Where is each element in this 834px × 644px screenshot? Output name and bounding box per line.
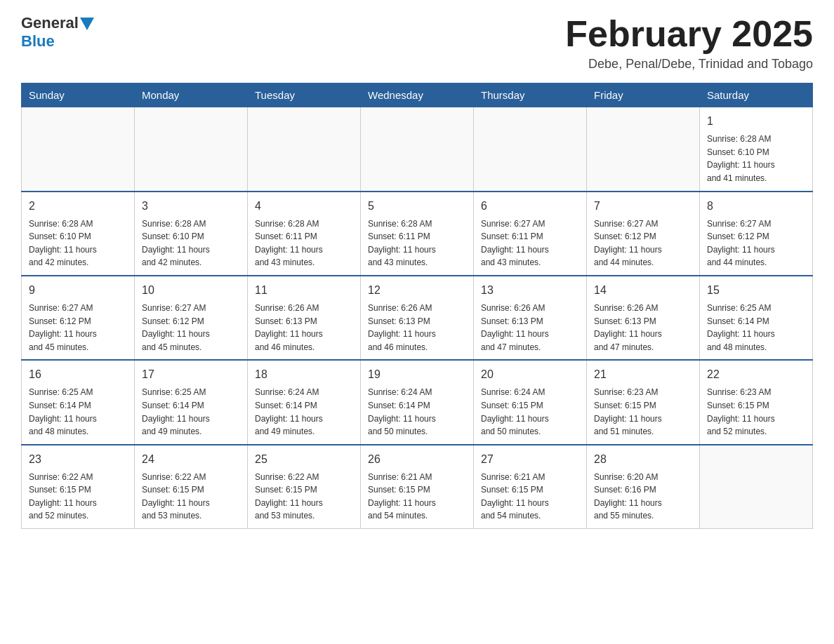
day-info: Sunrise: 6:25 AM Sunset: 6:14 PM Dayligh… — [707, 302, 805, 354]
day-info: Sunrise: 6:26 AM Sunset: 6:13 PM Dayligh… — [255, 302, 353, 354]
day-number: 14 — [594, 282, 692, 299]
calendar-cell: 20Sunrise: 6:24 AM Sunset: 6:15 PM Dayli… — [474, 360, 587, 444]
day-info: Sunrise: 6:28 AM Sunset: 6:10 PM Dayligh… — [707, 133, 805, 185]
calendar-cell: 26Sunrise: 6:21 AM Sunset: 6:15 PM Dayli… — [361, 445, 474, 529]
day-info: Sunrise: 6:27 AM Sunset: 6:12 PM Dayligh… — [142, 302, 240, 354]
day-info: Sunrise: 6:28 AM Sunset: 6:10 PM Dayligh… — [142, 217, 240, 269]
day-number: 28 — [594, 451, 692, 468]
calendar-cell: 4Sunrise: 6:28 AM Sunset: 6:11 PM Daylig… — [248, 192, 361, 276]
logo-area: General Blue — [21, 14, 94, 51]
calendar-cell: 14Sunrise: 6:26 AM Sunset: 6:13 PM Dayli… — [587, 276, 700, 360]
calendar-cell: 12Sunrise: 6:26 AM Sunset: 6:13 PM Dayli… — [361, 276, 474, 360]
calendar-cell: 8Sunrise: 6:27 AM Sunset: 6:12 PM Daylig… — [700, 192, 813, 276]
day-number: 12 — [368, 282, 466, 299]
calendar-cell — [22, 107, 135, 192]
calendar-cell — [700, 445, 813, 529]
day-number: 25 — [255, 451, 353, 468]
weekday-header-sunday: Sunday — [22, 83, 135, 107]
day-info: Sunrise: 6:25 AM Sunset: 6:14 PM Dayligh… — [29, 386, 127, 438]
calendar-cell: 15Sunrise: 6:25 AM Sunset: 6:14 PM Dayli… — [700, 276, 813, 360]
calendar-cell — [248, 107, 361, 192]
calendar-cell — [587, 107, 700, 192]
calendar-week-row: 16Sunrise: 6:25 AM Sunset: 6:14 PM Dayli… — [22, 360, 813, 444]
weekday-header-wednesday: Wednesday — [361, 83, 474, 107]
day-number: 5 — [368, 198, 466, 215]
day-info: Sunrise: 6:25 AM Sunset: 6:14 PM Dayligh… — [142, 386, 240, 438]
day-info: Sunrise: 6:22 AM Sunset: 6:15 PM Dayligh… — [29, 471, 127, 523]
day-number: 1 — [707, 113, 805, 130]
calendar-cell: 7Sunrise: 6:27 AM Sunset: 6:12 PM Daylig… — [587, 192, 700, 276]
day-number: 21 — [594, 366, 692, 383]
calendar-week-row: 2Sunrise: 6:28 AM Sunset: 6:10 PM Daylig… — [22, 192, 813, 276]
logo-general-text: General — [21, 14, 79, 32]
calendar-cell: 3Sunrise: 6:28 AM Sunset: 6:10 PM Daylig… — [135, 192, 248, 276]
title-area: February 2025 Debe, Penal/Debe, Trinidad… — [565, 14, 813, 72]
day-number: 3 — [142, 198, 240, 215]
calendar-cell: 25Sunrise: 6:22 AM Sunset: 6:15 PM Dayli… — [248, 445, 361, 529]
calendar-cell: 21Sunrise: 6:23 AM Sunset: 6:15 PM Dayli… — [587, 360, 700, 444]
calendar-week-row: 9Sunrise: 6:27 AM Sunset: 6:12 PM Daylig… — [22, 276, 813, 360]
calendar-subtitle: Debe, Penal/Debe, Trinidad and Tobago — [565, 57, 813, 72]
day-info: Sunrise: 6:24 AM Sunset: 6:14 PM Dayligh… — [368, 386, 466, 438]
calendar-cell: 17Sunrise: 6:25 AM Sunset: 6:14 PM Dayli… — [135, 360, 248, 444]
day-info: Sunrise: 6:21 AM Sunset: 6:15 PM Dayligh… — [368, 471, 466, 523]
calendar-cell: 18Sunrise: 6:24 AM Sunset: 6:14 PM Dayli… — [248, 360, 361, 444]
calendar-cell — [474, 107, 587, 192]
calendar-cell: 19Sunrise: 6:24 AM Sunset: 6:14 PM Dayli… — [361, 360, 474, 444]
day-number: 19 — [368, 366, 466, 383]
day-info: Sunrise: 6:24 AM Sunset: 6:15 PM Dayligh… — [481, 386, 579, 438]
day-number: 6 — [481, 198, 579, 215]
day-number: 11 — [255, 282, 353, 299]
weekday-header-row: SundayMondayTuesdayWednesdayThursdayFrid… — [22, 83, 813, 107]
day-number: 20 — [481, 366, 579, 383]
day-number: 2 — [29, 198, 127, 215]
day-info: Sunrise: 6:22 AM Sunset: 6:15 PM Dayligh… — [142, 471, 240, 523]
day-number: 7 — [594, 198, 692, 215]
page-header: General Blue February 2025 Debe, Penal/D… — [21, 14, 813, 72]
day-info: Sunrise: 6:27 AM Sunset: 6:12 PM Dayligh… — [29, 302, 127, 354]
calendar-cell: 9Sunrise: 6:27 AM Sunset: 6:12 PM Daylig… — [22, 276, 135, 360]
calendar-cell — [135, 107, 248, 192]
logo-blue-text: Blue — [21, 32, 55, 50]
calendar-week-row: 23Sunrise: 6:22 AM Sunset: 6:15 PM Dayli… — [22, 445, 813, 529]
day-number: 22 — [707, 366, 805, 383]
day-number: 23 — [29, 451, 127, 468]
calendar-cell: 2Sunrise: 6:28 AM Sunset: 6:10 PM Daylig… — [22, 192, 135, 276]
calendar-cell: 27Sunrise: 6:21 AM Sunset: 6:15 PM Dayli… — [474, 445, 587, 529]
calendar-cell: 11Sunrise: 6:26 AM Sunset: 6:13 PM Dayli… — [248, 276, 361, 360]
logo-triangle-icon — [80, 18, 94, 30]
day-number: 26 — [368, 451, 466, 468]
logo: General — [21, 14, 94, 32]
weekday-header-thursday: Thursday — [474, 83, 587, 107]
calendar-cell: 24Sunrise: 6:22 AM Sunset: 6:15 PM Dayli… — [135, 445, 248, 529]
day-number: 27 — [481, 451, 579, 468]
calendar-title: February 2025 — [565, 14, 813, 54]
day-info: Sunrise: 6:28 AM Sunset: 6:11 PM Dayligh… — [368, 217, 466, 269]
day-info: Sunrise: 6:20 AM Sunset: 6:16 PM Dayligh… — [594, 471, 692, 523]
calendar-cell — [361, 107, 474, 192]
day-info: Sunrise: 6:24 AM Sunset: 6:14 PM Dayligh… — [255, 386, 353, 438]
calendar-week-row: 1Sunrise: 6:28 AM Sunset: 6:10 PM Daylig… — [22, 107, 813, 192]
day-info: Sunrise: 6:23 AM Sunset: 6:15 PM Dayligh… — [594, 386, 692, 438]
calendar-table: SundayMondayTuesdayWednesdayThursdayFrid… — [21, 83, 813, 529]
day-info: Sunrise: 6:28 AM Sunset: 6:11 PM Dayligh… — [255, 217, 353, 269]
weekday-header-friday: Friday — [587, 83, 700, 107]
day-info: Sunrise: 6:28 AM Sunset: 6:10 PM Dayligh… — [29, 217, 127, 269]
day-info: Sunrise: 6:26 AM Sunset: 6:13 PM Dayligh… — [594, 302, 692, 354]
day-number: 17 — [142, 366, 240, 383]
weekday-header-monday: Monday — [135, 83, 248, 107]
day-number: 9 — [29, 282, 127, 299]
calendar-cell: 16Sunrise: 6:25 AM Sunset: 6:14 PM Dayli… — [22, 360, 135, 444]
calendar-cell: 5Sunrise: 6:28 AM Sunset: 6:11 PM Daylig… — [361, 192, 474, 276]
day-number: 18 — [255, 366, 353, 383]
calendar-cell: 6Sunrise: 6:27 AM Sunset: 6:11 PM Daylig… — [474, 192, 587, 276]
calendar-cell: 22Sunrise: 6:23 AM Sunset: 6:15 PM Dayli… — [700, 360, 813, 444]
weekday-header-saturday: Saturday — [700, 83, 813, 107]
day-number: 10 — [142, 282, 240, 299]
day-number: 24 — [142, 451, 240, 468]
calendar-cell: 10Sunrise: 6:27 AM Sunset: 6:12 PM Dayli… — [135, 276, 248, 360]
calendar-cell: 28Sunrise: 6:20 AM Sunset: 6:16 PM Dayli… — [587, 445, 700, 529]
day-info: Sunrise: 6:26 AM Sunset: 6:13 PM Dayligh… — [368, 302, 466, 354]
calendar-cell: 1Sunrise: 6:28 AM Sunset: 6:10 PM Daylig… — [700, 107, 813, 192]
day-info: Sunrise: 6:22 AM Sunset: 6:15 PM Dayligh… — [255, 471, 353, 523]
